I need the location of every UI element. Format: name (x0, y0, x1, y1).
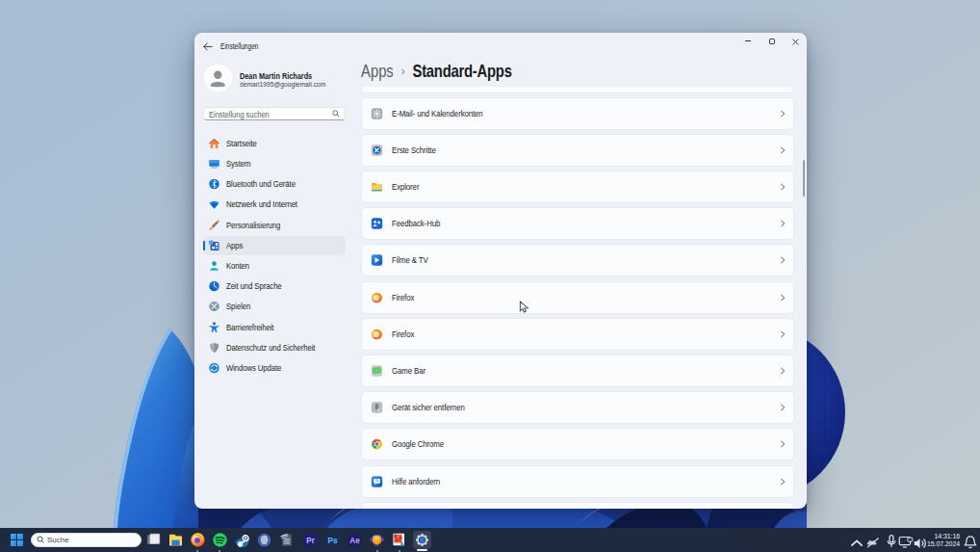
svg-text:Ps: Ps (327, 536, 337, 544)
svg-text:Pr: Pr (306, 536, 315, 544)
svg-text:Ae: Ae (349, 536, 360, 544)
